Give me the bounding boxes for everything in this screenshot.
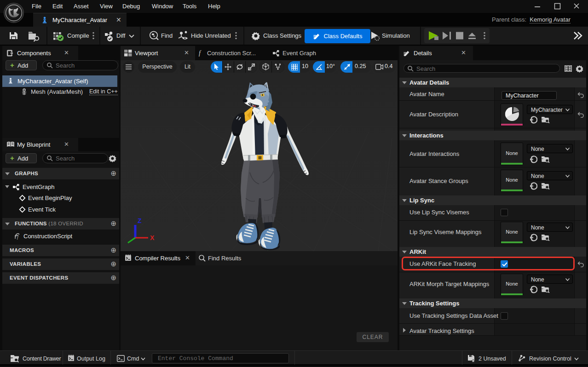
svg-text:Z: Z bbox=[138, 217, 142, 224]
svg-text:f: f bbox=[17, 235, 19, 240]
svg-text:X: X bbox=[150, 234, 155, 241]
